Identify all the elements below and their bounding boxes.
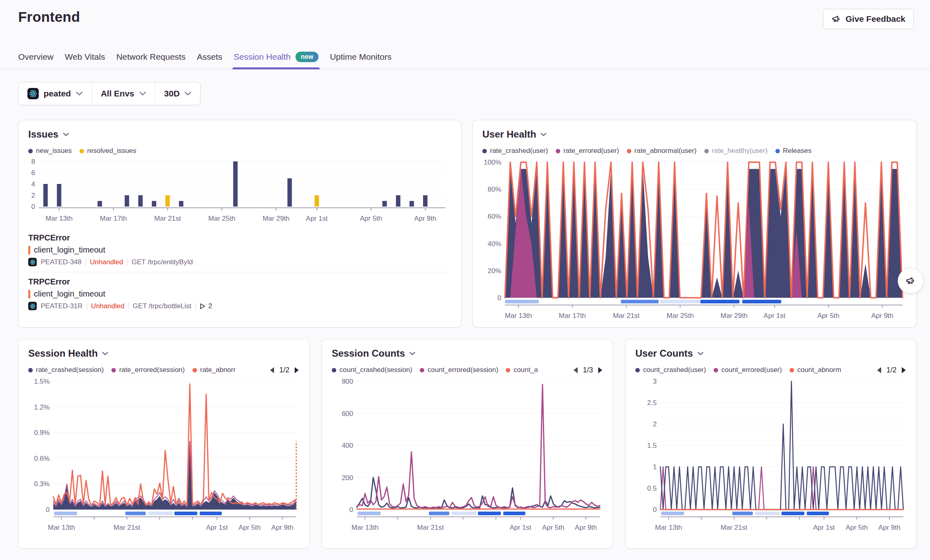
user-counts-panel-title: User Counts [635, 348, 693, 359]
svg-text:Mar 13th: Mar 13th [46, 215, 73, 222]
user-counts-legend: count_crashed(user)count_errored(user)co… [635, 366, 841, 374]
session-counts-panel-header[interactable]: Session Counts [332, 347, 603, 359]
give-feedback-label: Give Feedback [846, 14, 905, 24]
user-counts-chart[interactable]: 00.511.522.53Mar 13thMar 21stApr 1stApr … [635, 378, 907, 532]
divider [195, 303, 196, 310]
page-header: Frontend Give Feedback [18, 9, 914, 33]
svg-text:Apr 5th: Apr 5th [846, 524, 868, 531]
session-counts-chart[interactable]: 0200400600800Mar 13thMar 21stApr 1stApr … [332, 378, 603, 532]
megaphone-icon [905, 276, 916, 286]
pager-next-icon[interactable] [598, 367, 603, 374]
tab-session-health[interactable]: Session Health new [234, 44, 318, 69]
user-counts-panel-header[interactable]: User Counts [635, 347, 907, 359]
legend-item[interactable]: rate_crashed(user) [482, 147, 548, 155]
issues-bar-chart[interactable]: 02468Mar 13thMar 17thMar 21stMar 25thMar… [28, 159, 451, 227]
legend-item[interactable]: count_crashed(user) [635, 366, 706, 374]
tab-bar: Overview Web Vitals Network Requests Ass… [0, 44, 930, 69]
issue-row[interactable]: TRPCError client_login_timeout PEATED-34… [28, 228, 451, 272]
legend-item[interactable]: count_a [506, 366, 538, 374]
date-range-selector-value: 30D [164, 89, 180, 98]
floating-feedback-button[interactable] [898, 268, 924, 294]
legend-item[interactable]: count_errored(session) [420, 366, 498, 374]
svg-text:3: 3 [653, 378, 657, 385]
legend-item[interactable]: count_crashed(session) [332, 366, 412, 374]
pager-next-icon[interactable] [901, 367, 907, 374]
give-feedback-button[interactable]: Give Feedback [823, 9, 914, 29]
legend-item[interactable]: rate_abnormal(user) [627, 147, 697, 155]
legend-dot-icon [332, 368, 336, 372]
svg-text:Mar 21st: Mar 21st [417, 524, 444, 531]
user-health-chart[interactable]: 020%40%60%80%100%Mar 13thMar 17thMar 21s… [482, 159, 907, 320]
legend-item[interactable]: rate_errored(user) [556, 147, 619, 155]
pager-next-icon[interactable] [294, 367, 300, 374]
legend-item[interactable]: rate_healthy(user) [704, 147, 768, 155]
svg-text:Mar 13th: Mar 13th [352, 524, 379, 531]
svg-text:0: 0 [31, 203, 35, 211]
user-health-panel-header[interactable]: User Health [482, 128, 907, 140]
legend-item[interactable]: count_errored(user) [714, 366, 782, 374]
tab-web-vitals[interactable]: Web Vitals [65, 44, 105, 69]
legend-item[interactable]: rate_crashed(session) [28, 366, 104, 374]
svg-text:Apr 1st: Apr 1st [509, 524, 531, 531]
svg-text:2: 2 [31, 192, 35, 199]
tab-network-requests[interactable]: Network Requests [116, 44, 186, 69]
date-range-selector[interactable]: 30D [155, 82, 201, 105]
issue-transaction: GET /trpc/bottleList [133, 302, 191, 310]
legend-item[interactable]: rate_abnorr [193, 366, 236, 374]
issue-short-id: PEATED-31R [41, 302, 83, 310]
session-health-panel-header[interactable]: Session Health [28, 347, 300, 359]
session-health-chart[interactable]: 00.3%0.6%0.9%1.2%1.5%Mar 13thMar 21stApr… [28, 378, 300, 532]
legend-dot-icon [790, 368, 794, 372]
pager-prev-icon[interactable] [876, 367, 882, 374]
svg-text:Mar 13th: Mar 13th [48, 524, 75, 531]
session-counts-panel-title: Session Counts [332, 348, 405, 359]
svg-text:100%: 100% [484, 159, 501, 166]
pager-prev-icon[interactable] [269, 367, 274, 374]
legend-pager: 1/2 [872, 366, 907, 374]
legend-dot-icon [28, 368, 33, 372]
user-health-panel: User Health rate_crashed(user)rate_error… [472, 120, 917, 328]
legend-dot-icon [506, 368, 510, 372]
svg-text:0.6%: 0.6% [34, 455, 50, 462]
svg-text:400: 400 [342, 442, 353, 449]
legend-dot-icon [80, 149, 84, 153]
tab-uptime-monitors[interactable]: Uptime Monitors [330, 44, 392, 69]
project-selector[interactable]: peated [19, 82, 92, 105]
svg-text:8: 8 [31, 158, 35, 165]
svg-text:Apr 5th: Apr 5th [360, 215, 382, 222]
replay-count[interactable]: 2 [200, 302, 212, 310]
svg-text:1.5: 1.5 [647, 442, 657, 449]
chevron-down-icon [409, 352, 415, 355]
pager-prev-icon[interactable] [573, 367, 578, 374]
issue-message: client_login_timeout [34, 289, 105, 299]
issue-error-type[interactable]: TRPCError [28, 277, 451, 286]
legend-item[interactable]: Releases [775, 147, 812, 155]
issue-error-type[interactable]: TRPCError [28, 233, 451, 242]
issues-panel-header[interactable]: Issues [28, 128, 451, 140]
svg-text:2.5: 2.5 [647, 399, 657, 407]
react-project-icon [27, 88, 39, 99]
legend-dot-icon [193, 368, 197, 372]
issue-row[interactable]: TRPCError client_login_timeout PEATED-31… [28, 272, 451, 316]
svg-text:Mar 17th: Mar 17th [100, 215, 127, 222]
environment-selector[interactable]: All Envs [92, 82, 155, 105]
legend-item[interactable]: rate_errored(session) [111, 366, 185, 374]
svg-text:Mar 13th: Mar 13th [655, 524, 682, 531]
svg-text:20%: 20% [488, 267, 501, 275]
chevron-down-icon [76, 92, 83, 96]
svg-text:40%: 40% [488, 240, 501, 248]
legend-pager: 1/3 [569, 366, 603, 374]
svg-text:Apr 5th: Apr 5th [239, 524, 261, 531]
tab-assets[interactable]: Assets [197, 44, 222, 69]
legend-item[interactable]: new_issues [28, 147, 72, 155]
legend-dot-icon [111, 368, 116, 372]
tab-overview[interactable]: Overview [18, 44, 54, 69]
svg-text:Apr 5th: Apr 5th [817, 312, 840, 320]
svg-text:80%: 80% [488, 186, 501, 193]
legend-dot-icon [775, 149, 780, 153]
legend-item[interactable]: resolved_issues [80, 147, 136, 155]
legend-item[interactable]: count_abnorm [790, 366, 841, 374]
svg-text:Mar 25th: Mar 25th [667, 312, 694, 320]
svg-text:4: 4 [31, 180, 35, 188]
svg-text:800: 800 [342, 378, 353, 385]
